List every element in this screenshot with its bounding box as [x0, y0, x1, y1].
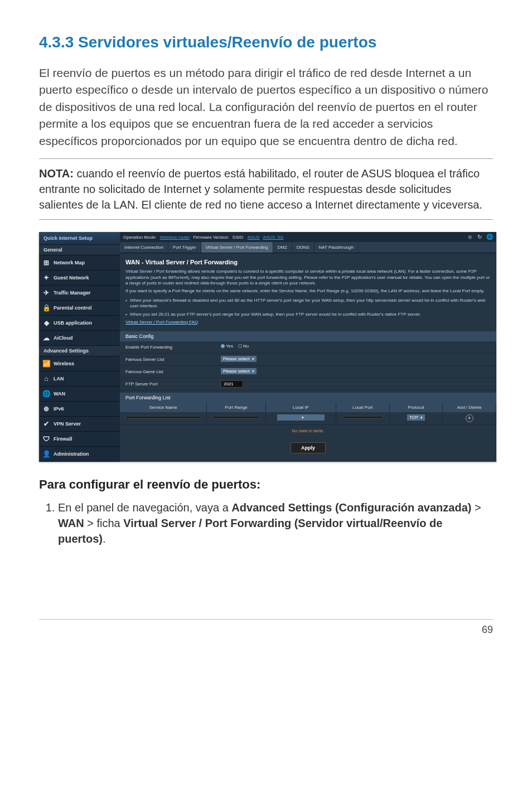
famous-game-label: Famous Game List [120, 366, 217, 378]
op-mode-label: Operation Mode: [123, 235, 157, 240]
cloud-icon: ☁ [42, 334, 50, 342]
op-mode-link[interactable]: Wireless router [160, 235, 190, 240]
sidebar-item-label: Parental control [54, 305, 92, 311]
radio-no[interactable] [238, 344, 242, 348]
panel-desc-1: Virtual Server / Port forwarding allows … [120, 269, 496, 288]
sidebar-item-wireless[interactable]: 📶Wireless [39, 356, 120, 371]
sidebar-item-network-map[interactable]: ⊞Network Map [39, 255, 120, 270]
step-1-suffix: . [103, 533, 106, 545]
sidebar-item-label: WAN [54, 391, 65, 397]
page-footer: 69 [39, 619, 493, 636]
sidebar-section-general: General [39, 245, 120, 255]
usb-icon: ◆ [42, 319, 50, 327]
sidebar-item-label: Administration [54, 451, 89, 457]
ssid-value-1[interactable]: ASUS [248, 235, 260, 240]
service-name-input[interactable] [125, 416, 201, 418]
add-row-button[interactable]: + [466, 414, 473, 422]
sidebar-item-ipv6[interactable]: ⊕IPv6 [39, 402, 120, 417]
no-data-message: No data in table. [120, 425, 496, 437]
lan-icon: ⌂ [42, 375, 50, 383]
col-add-delete: Add / Delete [443, 403, 496, 412]
basic-config-header: Basic Config [120, 331, 496, 341]
steps-list: En el panel de navegación, vaya a Advanc… [39, 500, 493, 547]
sidebar-item-label: USB application [54, 320, 92, 326]
firmware-label: Firmware Version: [193, 235, 229, 240]
tab-ddns[interactable]: DDNS [292, 242, 315, 253]
lang-icon[interactable]: 🌐 [486, 234, 493, 240]
sidebar-item-aicloud[interactable]: ☁AiCloud [39, 331, 120, 346]
panel-desc-2: If you want to specify a Port Range for … [120, 288, 496, 296]
sidebar-item-wan[interactable]: 🌐WAN [39, 386, 120, 402]
sidebar-item-traffic-manager[interactable]: ✈Traffic Manager [39, 286, 120, 301]
step-1-text-1: En el panel de navegación, vaya a [58, 501, 231, 514]
col-service-name: Service Name [120, 403, 207, 412]
page-number: 69 [482, 624, 493, 635]
famous-game-select[interactable]: Please select [221, 368, 257, 374]
local-port-input[interactable] [342, 416, 383, 418]
guest-network-icon: ✦ [42, 274, 50, 282]
famous-server-select[interactable]: Please select [221, 356, 257, 362]
sidebar-item-administration[interactable]: 👤Administration [39, 447, 120, 462]
step-1: En el panel de navegación, vaya a Advanc… [58, 500, 493, 547]
sidebar-item-label: IPv6 [54, 406, 64, 412]
panel-bullet-1: When your network's firewall is disabled… [120, 297, 496, 311]
reboot-icon[interactable]: ↻ [477, 234, 484, 240]
router-sidebar: Quick Internet Setup General ⊞Network Ma… [39, 232, 120, 462]
page-heading: 4.3.3 Servidores virtuales/Reenvío de pu… [39, 33, 493, 51]
sidebar-item-label: Network Map [54, 260, 85, 265]
tab-internet-connection[interactable]: Internet Connection [120, 242, 168, 253]
enable-pf-value: Yes No [217, 341, 496, 353]
sidebar-section-advanced: Advanced Settings [39, 346, 120, 356]
admin-icon: 👤 [42, 450, 50, 458]
pf-input-row: TCP + [120, 412, 496, 425]
lock-icon: 🔒 [42, 304, 50, 312]
sidebar-item-lan[interactable]: ⌂LAN [39, 371, 120, 386]
sidebar-item-label: Traffic Manager [54, 290, 91, 296]
ssid-label: SSID: [233, 235, 244, 240]
router-ui-screenshot: Quick Internet Setup General ⊞Network Ma… [39, 232, 496, 462]
sidebar-item-label: VPN Server [54, 421, 81, 427]
faq-link[interactable]: Virtual Server / Port Forwarding FAQ [120, 318, 496, 329]
steps-heading: Para configurar el reenvío de puertos: [39, 477, 493, 492]
wireless-icon: 📶 [42, 360, 50, 368]
ssid-value-2[interactable]: ASUS_5G [263, 235, 284, 240]
network-map-icon: ⊞ [42, 259, 50, 267]
port-range-input[interactable] [212, 416, 260, 418]
step-1-bold-2: WAN [58, 517, 84, 529]
sidebar-item-label: AiCloud [54, 335, 73, 341]
pf-list-header: Port Forwarding List [120, 393, 496, 403]
ftp-port-input[interactable]: 2021 [221, 380, 243, 388]
tab-virtual-server[interactable]: Virtual Server / Port Forwarding [201, 242, 273, 253]
sidebar-item-label: Guest Network [54, 275, 89, 281]
router-topbar: Operation Mode: Wireless router Firmware… [120, 232, 496, 242]
radio-yes[interactable] [221, 344, 225, 348]
vpn-icon: ✔ [42, 420, 50, 428]
radio-yes-label: Yes [226, 344, 233, 349]
tab-nat-passthrough[interactable]: NAT Passthrough [315, 242, 359, 253]
panel-title: WAN - Virtual Server / Port Forwarding [120, 253, 496, 269]
apply-button[interactable]: Apply [291, 442, 326, 453]
sidebar-item-parental-control[interactable]: 🔒Parental control [39, 301, 120, 316]
wan-icon: 🌐 [42, 390, 50, 398]
sidebar-item-usb-application[interactable]: ◆USB application [39, 316, 120, 331]
enable-pf-label: Enable Port Forwarding [120, 341, 217, 353]
intro-paragraph: El reenvío de puertos es un método para … [39, 65, 493, 149]
sidebar-item-label: Wireless [54, 361, 74, 366]
sidebar-item-firewall[interactable]: 🛡Firewall [39, 432, 120, 447]
famous-server-label: Famous Server List [120, 354, 217, 365]
local-ip-select[interactable] [277, 414, 325, 421]
tab-dmz[interactable]: DMZ [273, 242, 292, 253]
radio-no-label: No [243, 344, 249, 349]
ipv6-icon: ⊕ [42, 405, 50, 413]
col-protocol: Protocol [390, 403, 443, 412]
protocol-select[interactable]: TCP [407, 414, 425, 421]
quick-internet-setup[interactable]: Quick Internet Setup [39, 232, 120, 245]
col-local-ip: Local IP [266, 403, 336, 412]
note-text: cuando el reenvío de puertos está habili… [39, 167, 482, 211]
tab-port-trigger[interactable]: Port Trigger [168, 242, 201, 253]
sidebar-item-vpn-server[interactable]: ✔VPN Server [39, 417, 120, 432]
col-local-port: Local Port [336, 403, 390, 412]
sidebar-item-guest-network[interactable]: ✦Guest Network [39, 270, 120, 286]
logout-icon[interactable]: ⎋ [468, 234, 475, 240]
firewall-icon: 🛡 [42, 435, 50, 443]
